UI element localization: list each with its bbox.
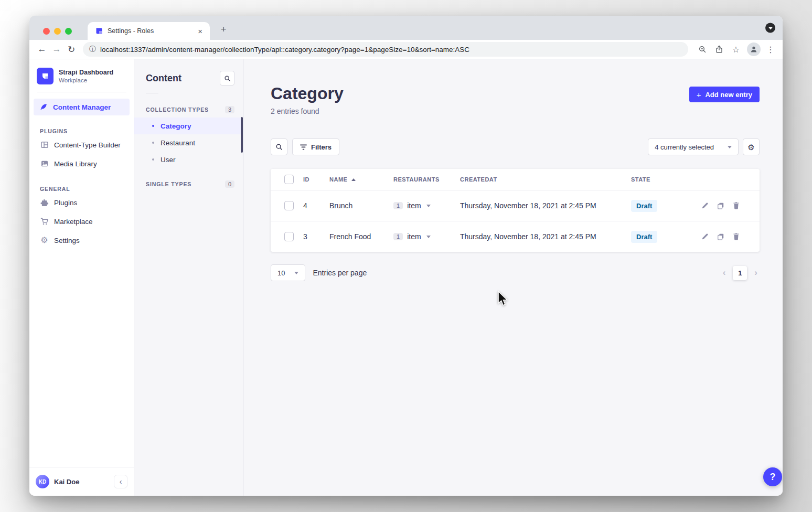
browser-menu-icon[interactable]: ⋮ <box>764 42 777 56</box>
cell-name: Brunch <box>329 201 393 210</box>
sidebar-item-media-library[interactable]: Media Library <box>29 154 134 173</box>
columns-selected-dropdown[interactable]: 4 currently selected <box>648 138 739 155</box>
subnav-item-category[interactable]: Category <box>134 118 243 134</box>
sidebar-section-plugins: PLUGINS <box>40 128 134 134</box>
strapi-app: Strapi Dashboard Workplace Content Manag… <box>29 59 783 496</box>
column-header-state[interactable]: STATE <box>631 176 697 183</box>
relation-count-badge: 1 <box>393 233 403 240</box>
brand-subtitle: Workplace <box>59 77 113 83</box>
table-row[interactable]: 3 French Food 1 item Thursday, November … <box>271 221 760 252</box>
cell-restaurants[interactable]: 1 item <box>393 201 460 210</box>
delete-trash-icon[interactable] <box>733 233 740 240</box>
back-button[interactable]: ← <box>35 42 49 57</box>
previous-page-button[interactable]: ‹ <box>721 268 728 278</box>
sidebar-item-plugins[interactable]: Plugins <box>29 193 134 212</box>
chevron-down-icon[interactable] <box>426 236 431 238</box>
strapi-favicon-icon <box>95 27 103 35</box>
table-header-row: ID NAME RESTAURANTS CREATEDAT STATE <box>271 169 760 190</box>
table-row[interactable]: 4 Brunch 1 item Thursday, November 18, 2… <box>271 190 760 221</box>
relation-count-badge: 1 <box>393 202 403 209</box>
cell-createdat: Thursday, November 18, 2021 at 2:45 PM <box>460 232 631 241</box>
puzzle-icon <box>40 198 49 207</box>
next-page-button[interactable]: › <box>752 268 760 278</box>
subnav-item-label: Restaurant <box>161 139 195 147</box>
sidebar-item-label: Media Library <box>54 160 97 168</box>
subnav-search-button[interactable] <box>220 71 234 86</box>
share-icon[interactable] <box>712 42 726 56</box>
plus-icon: + <box>697 90 701 99</box>
column-header-restaurants[interactable]: RESTAURANTS <box>393 176 460 183</box>
content-subnav: Content COLLECTION TYPES 3 Category Rest… <box>134 59 243 496</box>
edit-pencil-icon[interactable] <box>701 202 709 209</box>
chevron-down-icon <box>728 146 732 148</box>
cell-restaurants[interactable]: 1 item <box>393 232 460 241</box>
status-badge: Draft <box>631 200 657 212</box>
sidebar-item-content-manager[interactable]: Content Manager <box>34 99 130 115</box>
sidebar-user-row: KD Kai Doe ‹ <box>29 467 134 496</box>
row-checkbox[interactable] <box>284 232 294 241</box>
gear-icon: ⚙ <box>40 236 49 244</box>
filters-button[interactable]: Filters <box>292 138 339 155</box>
help-button[interactable]: ? <box>763 467 782 486</box>
collapse-sidebar-button[interactable]: ‹ <box>114 475 127 488</box>
main-sidebar: Strapi Dashboard Workplace Content Manag… <box>29 59 134 496</box>
subnav-item-label: Category <box>161 122 191 130</box>
duplicate-icon[interactable] <box>717 233 724 240</box>
tab-search-button[interactable] <box>765 23 775 33</box>
browser-tab[interactable]: Settings - Roles × <box>88 22 210 40</box>
avatar[interactable]: KD <box>36 475 49 488</box>
brand-title: Strapi Dashboard <box>59 69 113 77</box>
window-controls <box>43 22 72 40</box>
sidebar-item-label: Content-Type Builder <box>54 141 121 149</box>
tab-close-icon[interactable]: × <box>196 27 205 35</box>
site-info-icon[interactable]: ⓘ <box>89 45 96 54</box>
minimize-window-button[interactable] <box>54 28 61 35</box>
select-all-checkbox[interactable] <box>284 175 294 184</box>
bookmark-star-icon[interactable]: ☆ <box>729 42 743 56</box>
address-bar[interactable]: ⓘ localhost:1337/admin/content-manager/c… <box>83 42 688 57</box>
subnav-title: Content <box>146 73 181 84</box>
zoom-window-button[interactable] <box>65 28 72 35</box>
subnav-item-restaurant[interactable]: Restaurant <box>134 134 243 151</box>
single-types-count-badge: 0 <box>225 180 234 188</box>
pagination-bar: 10 Entries per page ‹ 1 › <box>271 264 760 281</box>
sidebar-item-marketplace[interactable]: Marketplace <box>29 212 134 231</box>
entries-count: 2 entries found <box>271 107 344 115</box>
browser-tab-strip: Settings - Roles × + <box>29 16 783 40</box>
filter-icon <box>300 144 307 150</box>
chevron-down-icon <box>294 272 298 274</box>
sidebar-item-content-type-builder[interactable]: Content-Type Builder <box>29 135 134 154</box>
collection-types-header: COLLECTION TYPES 3 <box>134 99 243 118</box>
subnav-scrollbar-thumb[interactable] <box>241 117 243 153</box>
zoom-search-icon[interactable] <box>696 42 709 56</box>
page-number-button[interactable]: 1 <box>733 266 747 280</box>
workspace-brand[interactable]: Strapi Dashboard Workplace <box>29 59 134 92</box>
media-image-icon <box>40 159 49 168</box>
chevron-down-icon[interactable] <box>426 205 431 207</box>
entries-per-page-label: Entries per page <box>313 269 367 277</box>
table-settings-button[interactable]: ⚙ <box>743 138 760 155</box>
sidebar-item-label: Settings <box>54 237 80 244</box>
browser-profile-avatar[interactable] <box>747 42 761 56</box>
cell-id: 4 <box>303 201 329 210</box>
search-entries-button[interactable] <box>271 138 287 155</box>
column-header-createdat[interactable]: CREATEDAT <box>460 176 631 183</box>
page-size-select[interactable]: 10 <box>271 264 305 281</box>
edit-pencil-icon[interactable] <box>701 233 709 240</box>
sidebar-item-settings[interactable]: ⚙ Settings <box>29 231 134 250</box>
duplicate-icon[interactable] <box>717 202 724 209</box>
column-header-id[interactable]: ID <box>303 176 329 183</box>
row-checkbox[interactable] <box>284 201 294 210</box>
subnav-item-label: User <box>161 156 176 164</box>
tab-title: Settings - Roles <box>108 27 196 35</box>
subnav-item-user[interactable]: User <box>134 151 243 168</box>
reload-button[interactable]: ↻ <box>64 42 79 57</box>
new-tab-button[interactable]: + <box>216 22 231 37</box>
close-window-button[interactable] <box>43 28 50 35</box>
forward-button[interactable]: → <box>49 42 64 57</box>
main-content: Category 2 entries found + Add new entry… <box>243 59 783 496</box>
delete-trash-icon[interactable] <box>733 202 740 209</box>
column-header-name[interactable]: NAME <box>329 176 393 183</box>
add-new-entry-button[interactable]: + Add new entry <box>689 87 760 102</box>
page-title: Category <box>271 84 344 103</box>
